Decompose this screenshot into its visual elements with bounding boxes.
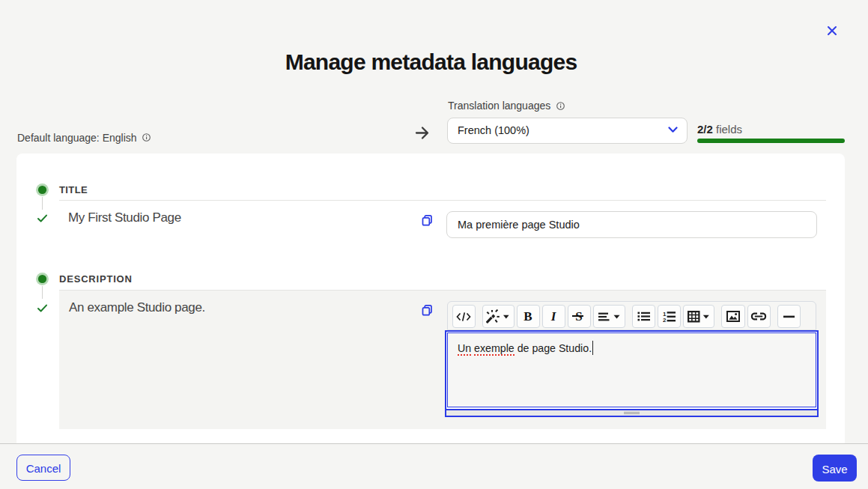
- svg-text:2: 2: [663, 317, 667, 323]
